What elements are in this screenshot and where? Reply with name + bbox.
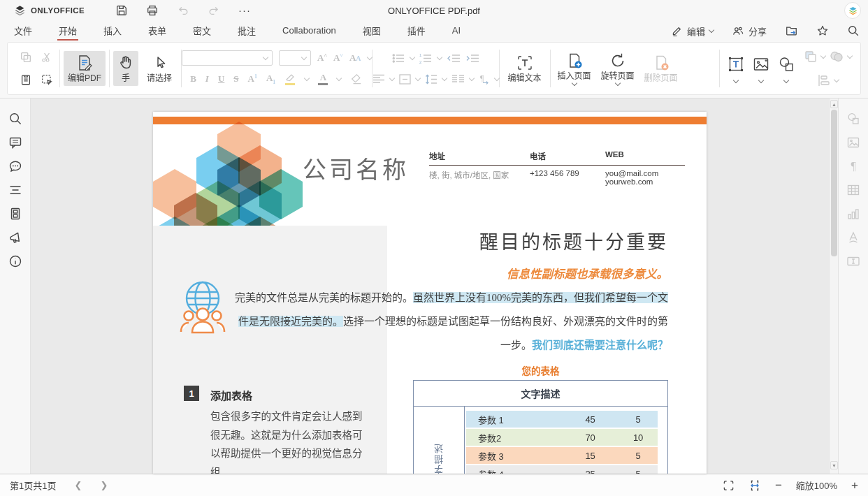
chevron-down-icon: [709, 27, 714, 32]
find-icon[interactable]: [5, 111, 26, 126]
company-name: 公司名称: [303, 151, 409, 185]
insert-image-button[interactable]: [752, 55, 770, 82]
zoom-in-button[interactable]: +: [851, 481, 858, 490]
section-title: 添加表格: [210, 388, 252, 402]
zoom-out-button[interactable]: −: [775, 481, 782, 490]
titlebar: ONLYOFFICE ··· ONLYOFFICE PDF.pdf: [0, 0, 868, 21]
hand-icon: [117, 54, 134, 72]
font-size-select: [279, 50, 311, 66]
cut-button: [38, 49, 56, 66]
previous-page-button[interactable]: ❮: [74, 480, 82, 490]
save-button[interactable]: [114, 3, 129, 18]
onlyoffice-logo-icon: [14, 5, 26, 17]
chevron-down-icon: [571, 80, 577, 86]
next-page-button[interactable]: ❯: [100, 480, 108, 490]
tab-plugins[interactable]: 插件: [406, 21, 427, 41]
headings-icon[interactable]: [5, 182, 26, 198]
hand-tool-button[interactable]: 手: [113, 51, 138, 86]
table-row: 参数 1 45 5: [466, 411, 658, 428]
insert-page-icon: [565, 52, 584, 70]
feedback-icon[interactable]: [5, 230, 26, 245]
change-case-icon: AA: [349, 52, 361, 64]
tab-ai[interactable]: AI: [451, 22, 462, 40]
contact-block: 地址 电话 WEB 楼, 街, 城市/地区, 国家 +123 456 789 y…: [429, 150, 685, 186]
about-icon[interactable]: [5, 254, 26, 269]
bullet-list-icon: [392, 53, 405, 64]
cursor-arrow-icon: [151, 54, 168, 72]
tab-collaboration[interactable]: Collaboration: [281, 22, 338, 40]
user-avatar[interactable]: [844, 2, 861, 19]
table-side-label: 文字描述: [414, 407, 465, 474]
favorite-star-button[interactable]: [816, 24, 829, 37]
more-actions-button[interactable]: ···: [237, 4, 252, 17]
search-button[interactable]: [847, 24, 860, 37]
fit-page-button[interactable]: [723, 479, 735, 492]
image-settings-icon: [843, 135, 864, 150]
pdf-page[interactable]: 公司名称 地址 电话 WEB 楼, 街, 城市/地区, 国家 +123 456 …: [153, 112, 707, 474]
tab-forms[interactable]: 表单: [147, 21, 168, 41]
scroll-down-button[interactable]: ▼: [830, 461, 838, 469]
table-row: 参数2 70 10: [466, 429, 658, 446]
comments-icon[interactable]: [5, 135, 26, 150]
page-accent-bar: [153, 117, 707, 124]
scroll-up-button[interactable]: ▲: [830, 100, 838, 108]
fit-width-button[interactable]: [748, 479, 761, 492]
tab-redaction[interactable]: 密文: [191, 21, 212, 41]
tab-comment[interactable]: 批注: [236, 21, 257, 41]
copy-button: [17, 49, 35, 66]
paragraph-settings-icon: ¶: [843, 159, 864, 174]
align-objects-icon: [817, 74, 831, 87]
web-value: you@mail.com yourweb.com: [605, 169, 682, 186]
tab-home[interactable]: 开始: [57, 21, 78, 41]
zoom-level: 缩放100%: [796, 479, 837, 492]
edit-pdf-button[interactable]: 编辑PDF: [64, 51, 106, 86]
strikethrough-icon: S: [233, 73, 238, 85]
increase-font-icon: A˄: [317, 52, 327, 64]
svg-text:1: 1: [419, 53, 422, 57]
open-file-location-button[interactable]: [785, 24, 798, 37]
edit-pdf-icon: [75, 54, 94, 72]
vertical-scrollbar[interactable]: ▲ ▼: [829, 99, 838, 474]
workspace: 公司名称 地址 电话 WEB 楼, 街, 城市/地区, 国家 +123 456 …: [0, 99, 868, 474]
chevron-down-icon: [614, 80, 620, 86]
svg-text:2: 2: [419, 59, 422, 64]
clear-style-icon: [350, 73, 363, 85]
data-table: 文字描述 文字描述 参数 1 45 5 参数2 70 10: [413, 380, 668, 474]
scrollbar-thumb[interactable]: [831, 110, 837, 256]
page-count-label: 第1页共1页: [10, 479, 56, 492]
tab-file[interactable]: 文件: [13, 21, 34, 41]
globe-people-icon: [180, 279, 226, 334]
chat-icon[interactable]: [5, 159, 26, 174]
insert-shape-button[interactable]: [777, 55, 795, 82]
table-settings-icon: [843, 182, 864, 198]
address-value: 楼, 街, 城市/地区, 国家: [429, 169, 530, 186]
address-label: 地址: [429, 150, 530, 161]
redo-button: [206, 3, 222, 18]
rotate-page-button[interactable]: 旋转页面: [597, 49, 639, 88]
bold-icon: B: [190, 73, 196, 85]
select-area-button[interactable]: [38, 71, 56, 88]
increase-indent-icon: [465, 53, 479, 64]
paste-button[interactable]: [17, 71, 35, 88]
subscript-icon: A1: [266, 73, 275, 85]
menubar: 文件 开始 插入 表单 密文 批注 Collaboration 视图 插件 AI…: [0, 21, 868, 41]
insert-page-button[interactable]: 插入页面: [554, 49, 595, 88]
section-body: 包含很多字的文件肯定会让人感到很无趣。这就是为什么添加表格可以帮助提供一个更好的…: [210, 407, 363, 474]
tab-view[interactable]: 视图: [361, 21, 382, 41]
table-header: 文字描述: [414, 381, 667, 407]
web-label: WEB: [605, 150, 682, 161]
delete-page-icon: [652, 54, 670, 72]
highlight-color-icon: [284, 73, 296, 85]
print-button[interactable]: [145, 3, 160, 18]
page-thumbnails-icon[interactable]: [5, 206, 26, 221]
share-button[interactable]: 分享: [732, 24, 767, 38]
edit-text-button[interactable]: 编辑文本: [504, 51, 546, 86]
merge-shapes-icon: [829, 50, 844, 64]
tab-insert[interactable]: 插入: [102, 21, 123, 41]
editing-mode-button[interactable]: 编辑: [671, 24, 714, 38]
font-group: A˄ A˅ AA B I U S A1 A1: [182, 47, 372, 90]
delete-page-button: 删除页面: [640, 51, 682, 86]
select-tool-button[interactable]: 请选择: [141, 51, 178, 86]
insert-textbox-button[interactable]: [727, 55, 745, 82]
app-brand: ONLYOFFICE: [14, 5, 85, 17]
